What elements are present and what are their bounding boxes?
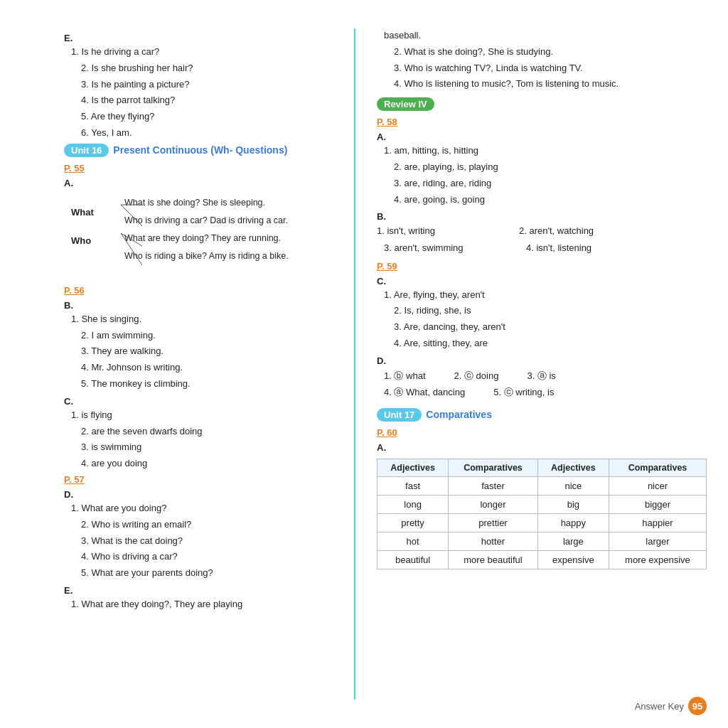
section-c-label: C. [64, 396, 333, 407]
unit17-header: Unit 17 Comparatives [377, 408, 707, 422]
table-cell: longer [449, 495, 538, 513]
table-row: hothotterlargelarger [378, 532, 707, 550]
section-a-label: A. [64, 178, 333, 188]
rv-d-item-2: 2. ⓒ doing [454, 368, 499, 384]
table-cell: long [378, 495, 449, 513]
table-cell: hot [378, 532, 449, 550]
table-row: prettyprettierhappyhappier [378, 513, 707, 532]
comparatives-table: Adjectives Comparatives Adjectives Compa… [377, 459, 707, 569]
rv-c-item-2: 2. Is, riding, she, is [394, 304, 707, 318]
unit17-section-a: A. [377, 442, 707, 453]
match-sent-4: Who is riding a bike? Amy is riding a bi… [124, 247, 289, 265]
unit17-badge: Unit 17 [377, 408, 422, 422]
section-e-label: E. [64, 33, 333, 43]
e-item-1: 1. Is he driving a car? [71, 45, 333, 60]
table-cell: faster [449, 476, 538, 495]
table-header-adj1: Adjectives [378, 459, 449, 476]
e-item-2: 2. Is she brushing her hair? [81, 61, 333, 76]
unit16-title: Present Continuous (Wh- Questions) [113, 144, 287, 156]
right-e-item2: 2. What is she doing?, She is studying. [394, 45, 707, 60]
rv-a-item-2: 2. are, playing, is, playing [394, 160, 707, 175]
rv-b-item-2: 2. aren't, watching [519, 223, 633, 239]
rv-d-item-4: 4. ⓐ What, dancing [384, 384, 465, 400]
table-cell: larger [609, 532, 706, 550]
rv-section-a-label: A. [377, 132, 707, 142]
right-column: baseball. 2. What is she doing?, She is … [355, 28, 728, 700]
page-ref-59: P. 59 [377, 261, 707, 272]
unit16-header: Unit 16 Present Continuous (Wh- Question… [64, 144, 333, 157]
table-header-comp1: Comparatives [449, 459, 538, 476]
d-item-1: 1. What are you doing? [71, 501, 333, 516]
table-cell: happier [609, 513, 706, 532]
match-sent-2: Who is driving a car? Dad is driving a c… [124, 212, 289, 230]
match-sent-3: What are they doing? They are running. [124, 230, 289, 247]
table-cell: more beautiful [449, 550, 538, 569]
d-item-3: 3. What is the cat doing? [81, 534, 333, 549]
rv-section-c-label: C. [377, 276, 707, 287]
table-row: beautifulmore beautifulexpensivemore exp… [378, 550, 707, 569]
svg-line-3 [121, 233, 142, 265]
matching-diagram: What Who What is she doing? She is sleep… [71, 194, 333, 279]
table-cell: happy [537, 513, 609, 532]
e-item-6: 6. Yes, I am. [81, 126, 333, 141]
table-cell: prettier [449, 513, 538, 532]
rv-a-item-3: 3. are, riding, are, riding [394, 176, 707, 191]
e-item-3: 3. Is he painting a picture? [81, 77, 333, 92]
page-ref-57: P. 57 [64, 474, 333, 485]
table-row: longlongerbigbigger [378, 495, 707, 513]
rv-section-d-label: D. [377, 355, 707, 366]
table-row: fastfasternicenicer [378, 476, 707, 495]
b-item-3: 3. They are walking. [81, 344, 333, 359]
rv-b-item-1: 1. isn't, writing [377, 223, 491, 239]
table-cell: bigger [609, 495, 706, 513]
table-cell: big [537, 495, 609, 513]
table-cell: nicer [609, 476, 706, 495]
b-item-1: 1. She is singing. [71, 312, 333, 327]
table-cell: pretty [378, 513, 449, 532]
b-item-2: 2. I am swimming. [81, 328, 333, 343]
table-header-adj2: Adjectives [537, 459, 609, 476]
left-column: E. 1. Is he driving a car? 2. Is she bru… [0, 28, 355, 700]
page-ref-55: P. 55 [64, 163, 333, 173]
table-cell: nice [537, 476, 609, 495]
table-cell: large [537, 532, 609, 550]
rv-c-item-1: 1. Are, flying, they, aren't [384, 288, 707, 303]
e-item-5: 5. Are they flying? [81, 109, 333, 124]
table-cell: more expensive [609, 550, 706, 569]
table-cell: fast [378, 476, 449, 495]
table-cell: hotter [449, 532, 538, 550]
rv-b-item-4: 4. isn't, listening [526, 240, 640, 256]
section-d-label: D. [64, 489, 333, 500]
unit16-badge: Unit 16 [64, 144, 109, 157]
e2-item-1: 1. What are they doing?, They are playin… [71, 597, 333, 612]
d-item-4: 4. Who is driving a car? [81, 550, 333, 564]
answer-key-label: Answer Key [635, 701, 684, 712]
rv-b-item-3: 3. aren't, swimming [384, 240, 498, 256]
page-ref-56: P. 56 [64, 285, 333, 296]
right-e-item4: 4. Who is listening to music?, Tom is li… [394, 77, 707, 92]
rv-d-item-1: 1. ⓑ what [384, 368, 426, 384]
unit17-title: Comparatives [426, 409, 492, 420]
table-cell: beautiful [378, 550, 449, 569]
page-number-badge: 95 [688, 697, 707, 715]
c-item-3: 3. is swimming [81, 440, 333, 455]
d-item-5: 5. What are your parents doing? [81, 566, 333, 581]
table-cell: expensive [537, 550, 609, 569]
svg-line-1 [121, 205, 142, 226]
match-sent-1: What is she doing? She is sleeping. [124, 194, 289, 212]
rv-section-b-label: B. [377, 211, 707, 222]
d-item-2: 2. Who is writing an email? [81, 518, 333, 532]
rv-a-item-4: 4. are, going, is, going [394, 193, 707, 208]
match-lines-svg [121, 194, 142, 279]
c-item-1: 1. is flying [71, 408, 333, 423]
b-item-5: 5. The monkey is climbing. [81, 377, 333, 392]
right-e-cont: baseball. [384, 28, 707, 43]
table-header-comp2: Comparatives [609, 459, 706, 476]
match-what: What [71, 201, 94, 225]
rv-c-item-4: 4. Are, sitting, they, are [394, 336, 707, 351]
rv-a-item-1: 1. am, hitting, is, hitting [384, 144, 707, 159]
match-who: Who [71, 230, 94, 253]
c-item-2: 2. are the seven dwarfs doing [81, 424, 333, 439]
section-e2-label: E. [64, 585, 333, 596]
page-ref-58: P. 58 [377, 117, 707, 127]
